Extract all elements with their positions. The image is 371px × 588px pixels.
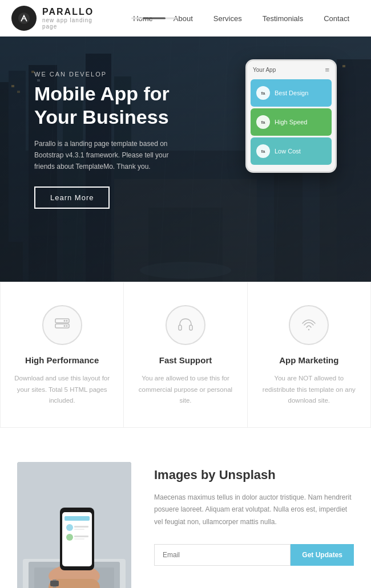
phone-avatar-1: fa <box>256 86 270 100</box>
email-input[interactable] <box>154 544 291 566</box>
svg-point-37 <box>63 325 65 327</box>
nav-contact[interactable]: Contact <box>313 10 360 27</box>
svg-point-48 <box>66 524 73 531</box>
server-icon <box>52 315 72 335</box>
about-section: Images by Unsplash Maecenas maximus tell… <box>0 462 371 588</box>
feature-icon-wrap-1 <box>42 305 82 345</box>
features-section: High Performance Download and use this l… <box>0 282 371 428</box>
headphones-icon <box>175 315 196 335</box>
phone-avatar-3: fa <box>256 144 270 158</box>
svg-point-36 <box>63 320 65 322</box>
hero-section: WE CAN DEVELOP Mobile App for Your Busin… <box>0 37 371 282</box>
svg-rect-38 <box>179 325 182 330</box>
feature-icon-wrap-2 <box>166 305 205 345</box>
svg-rect-56 <box>50 581 59 586</box>
hero-description: Parallo is a landing page template based… <box>34 138 188 173</box>
feature-title-1: High Performance <box>14 355 110 365</box>
header: PARALLO new app landing page Home About … <box>0 0 371 37</box>
logo-text: PARALLO new app landing page <box>42 7 106 30</box>
feature-card-2: Fast Support You are allowed to use this… <box>124 282 247 428</box>
get-updates-button[interactable]: Get Updates <box>291 544 354 566</box>
svg-rect-58 <box>53 586 57 587</box>
phone-item-label-2: High Speed <box>275 119 308 125</box>
feature-desc-2: You are allowed to use this for commerci… <box>138 373 233 407</box>
hero-content: WE CAN DEVELOP Mobile App for Your Busin… <box>0 37 205 226</box>
about-content: Images by Unsplash Maecenas maximus tell… <box>154 462 354 566</box>
feature-icon-wrap-3 <box>289 305 329 345</box>
svg-rect-53 <box>74 538 84 540</box>
learn-more-button[interactable]: Learn More <box>34 186 110 209</box>
svg-rect-50 <box>74 529 84 530</box>
logo-name: PARALLO <box>42 7 106 17</box>
logo-subtitle: new app landing page <box>42 17 106 30</box>
about-description: Maecenas maximus tellus in dolor auctor … <box>154 492 354 529</box>
phone-menu-icon: ≡ <box>325 66 329 74</box>
phone-item-label-3: Low Cost <box>275 148 301 155</box>
hero-title: Mobile App for Your Business <box>34 82 188 129</box>
feature-card-3: App Marketing You are NOT allowed to red… <box>248 282 371 428</box>
phone-item-3: fa Low Cost <box>251 137 332 165</box>
svg-point-35 <box>66 325 67 327</box>
nav-services[interactable]: Services <box>203 10 252 27</box>
svg-point-51 <box>66 534 73 541</box>
about-image-inner <box>17 462 131 588</box>
email-form: Get Updates <box>154 544 354 566</box>
svg-point-0 <box>18 13 30 24</box>
feature-title-3: App Marketing <box>261 355 357 365</box>
about-image <box>17 462 131 588</box>
svg-point-34 <box>66 320 67 322</box>
svg-rect-57 <box>53 579 57 581</box>
phone-app-name: Your App <box>253 67 276 73</box>
svg-rect-47 <box>64 516 90 521</box>
nav-progress-fill <box>143 18 166 19</box>
feature-card-1: High Performance Download and use this l… <box>0 282 124 428</box>
phone-mockup: Your App ≡ fa Best Design fa High Speed … <box>245 59 337 173</box>
phone-item-1: fa Best Design <box>251 79 332 107</box>
nav-progress-bar <box>131 18 177 19</box>
feature-desc-1: Download and use this layout for your si… <box>14 373 110 407</box>
svg-rect-39 <box>189 325 192 330</box>
hero-subtitle: WE CAN DEVELOP <box>34 71 188 78</box>
logo-icon <box>11 6 37 31</box>
logo: PARALLO new app landing page <box>11 6 106 31</box>
feature-desc-3: You are NOT allowed to redistribute this… <box>261 373 357 407</box>
svg-rect-52 <box>74 536 88 537</box>
phone-titlebar: Your App ≡ <box>247 61 335 78</box>
spacer <box>0 428 371 462</box>
phone-item-label-1: Best Design <box>275 90 308 96</box>
feature-title-2: Fast Support <box>138 355 233 365</box>
nav-testimonials[interactable]: Testimonials <box>252 10 314 27</box>
signal-icon <box>299 315 319 335</box>
phone-item-2: fa High Speed <box>251 108 332 136</box>
svg-rect-49 <box>74 526 88 528</box>
phone-avatar-2: fa <box>256 115 270 129</box>
about-title: Images by Unsplash <box>154 468 354 482</box>
